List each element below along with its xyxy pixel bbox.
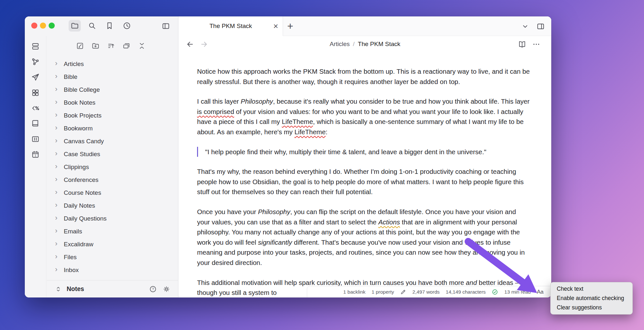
minimize-window-button[interactable] bbox=[40, 23, 46, 29]
folder-name: Book Projects bbox=[64, 112, 101, 119]
check-circle-icon[interactable] bbox=[492, 289, 498, 295]
text-segment: This additional motivation will help spa… bbox=[197, 279, 466, 286]
breadcrumb-separator: / bbox=[353, 41, 355, 48]
chevron-right-icon: › bbox=[55, 202, 61, 209]
text-segment: Philosophy bbox=[258, 208, 290, 215]
folder-item[interactable]: ›Clippings bbox=[47, 161, 178, 174]
explorer-toolbar bbox=[76, 42, 146, 50]
text-segment: : bbox=[326, 128, 327, 136]
tab-bar: The PKM Stack × + bbox=[179, 16, 551, 36]
chevron-right-icon: › bbox=[55, 150, 61, 157]
word-count: 2,497 words bbox=[412, 289, 440, 295]
vault-bar: Notes ? bbox=[47, 280, 178, 297]
folder-item[interactable]: ›Bookworm bbox=[47, 122, 178, 135]
blockquote-text: "I help people find their why, multiply … bbox=[205, 148, 486, 156]
breadcrumb-parent[interactable]: Articles bbox=[330, 41, 350, 48]
text-segment: Notice how this approach works the PKM S… bbox=[197, 68, 530, 85]
folder-name: Case Studies bbox=[64, 151, 100, 158]
close-tab-icon[interactable]: × bbox=[273, 22, 278, 30]
folder-item[interactable]: ›Canvas Candy bbox=[47, 135, 178, 148]
edit-mode-pencil-icon[interactable] bbox=[400, 289, 406, 295]
folder-name: Book Notes bbox=[64, 99, 95, 106]
folder-item[interactable]: ›Case Studies bbox=[47, 148, 178, 161]
paper-plane-icon[interactable] bbox=[25, 70, 46, 85]
tab-the-pkm-stack[interactable]: The PKM Stack × bbox=[179, 16, 283, 36]
new-folder-icon[interactable] bbox=[91, 42, 100, 50]
context-menu-item[interactable]: Clear suggestions bbox=[553, 303, 630, 312]
folder-item[interactable]: ›Course Notes bbox=[47, 186, 178, 199]
text-segment: Actions bbox=[378, 218, 400, 226]
breadcrumb: Articles / The PKM Stack bbox=[179, 36, 551, 52]
character-count: 14,149 characters bbox=[446, 289, 486, 295]
text-segment: is comprised bbox=[197, 108, 234, 115]
svg-text:?: ? bbox=[152, 287, 154, 291]
folder-list: ›Articles›Bible›Bible College›Book Notes… bbox=[47, 58, 178, 280]
toggle-right-sidebar-icon[interactable] bbox=[536, 16, 545, 36]
folder-name: Canvas Candy bbox=[64, 138, 104, 145]
desktop-background: 1 bbox=[0, 0, 644, 330]
settings-gear-icon[interactable] bbox=[162, 285, 171, 294]
context-menu: Check textEnable automatic checkingClear… bbox=[550, 282, 633, 315]
language-tool-button[interactable]: Aa bbox=[537, 289, 544, 295]
tab-list-chevron-icon[interactable] bbox=[521, 16, 530, 36]
document: Notice how this approach works the PKM S… bbox=[197, 66, 530, 297]
close-window-button[interactable] bbox=[31, 23, 37, 29]
collapse-all-icon[interactable] bbox=[137, 42, 146, 50]
book-icon[interactable] bbox=[25, 116, 46, 131]
folder-item[interactable]: ›Articles bbox=[47, 58, 178, 71]
chevron-right-icon: › bbox=[55, 99, 61, 106]
chevron-right-icon: › bbox=[55, 240, 61, 247]
new-note-icon[interactable] bbox=[76, 42, 84, 50]
vault-switcher-icon[interactable] bbox=[54, 285, 63, 294]
context-menu-item[interactable]: Enable automatic checking bbox=[553, 294, 630, 303]
chevron-right-icon: › bbox=[55, 111, 61, 118]
folder-name: Conferences bbox=[64, 176, 99, 184]
folder-name: Inbox bbox=[64, 267, 79, 274]
daily-note-calendar-icon[interactable]: 1 bbox=[25, 147, 46, 162]
text-segment: Once you have your bbox=[197, 208, 258, 215]
reading-view-book-icon[interactable] bbox=[517, 36, 526, 52]
folder-item[interactable]: ›Bible College bbox=[47, 83, 178, 96]
folder-name: Bible bbox=[64, 73, 77, 80]
folder-item[interactable]: ›Book Projects bbox=[47, 109, 178, 122]
graph-icon[interactable] bbox=[25, 54, 46, 70]
text-segment: significantly bbox=[258, 239, 292, 246]
folder-name: Emails bbox=[64, 228, 82, 235]
folder-item[interactable]: ›Files bbox=[47, 251, 178, 264]
chevron-right-icon: › bbox=[55, 253, 61, 260]
text-segment: LifeTheme bbox=[294, 128, 326, 136]
chevron-right-icon: › bbox=[55, 176, 61, 183]
folder-item[interactable]: ›Excalidraw bbox=[47, 238, 178, 251]
folder-item[interactable]: ›Daily Notes bbox=[47, 199, 178, 212]
grid-icon[interactable] bbox=[25, 85, 46, 100]
folder-item[interactable]: ›Bible bbox=[47, 71, 178, 83]
folder-item[interactable]: ›Emails bbox=[47, 225, 178, 238]
stacked-tabs-icon[interactable] bbox=[122, 42, 131, 50]
more-options-icon[interactable] bbox=[532, 36, 541, 52]
property-count[interactable]: 1 property bbox=[372, 289, 394, 295]
view-header: Articles / The PKM Stack bbox=[179, 36, 551, 52]
backlink-count[interactable]: 1 backlink bbox=[343, 289, 365, 295]
chevron-right-icon: › bbox=[55, 73, 61, 80]
folder-name: Course Notes bbox=[64, 189, 101, 196]
chevron-right-icon: › bbox=[55, 60, 61, 67]
stacked-panels-icon[interactable] bbox=[25, 39, 46, 54]
sort-order-icon[interactable] bbox=[107, 42, 115, 50]
chevron-right-icon: › bbox=[55, 189, 61, 196]
template-code-icon[interactable] bbox=[25, 100, 46, 116]
help-icon[interactable]: ? bbox=[148, 285, 157, 294]
folder-name: Bible College bbox=[64, 86, 100, 93]
ribbon: 1 bbox=[25, 36, 46, 297]
folder-name: Daily Notes bbox=[64, 202, 95, 209]
vault-name[interactable]: Notes bbox=[67, 285, 84, 293]
note-content[interactable]: Notice how this approach works the PKM S… bbox=[179, 52, 551, 297]
kanban-card-icon[interactable] bbox=[25, 131, 46, 147]
folder-item[interactable]: ›Inbox bbox=[47, 264, 178, 277]
new-tab-button[interactable]: + bbox=[287, 16, 293, 36]
folder-item[interactable]: ›Book Notes bbox=[47, 96, 178, 109]
text-segment: I call this layer bbox=[197, 98, 241, 105]
context-menu-item[interactable]: Check text bbox=[553, 284, 630, 294]
folder-item[interactable]: ›Daily Questions bbox=[47, 212, 178, 225]
folder-item[interactable]: ›Conferences bbox=[47, 174, 178, 186]
svg-text:1: 1 bbox=[34, 154, 36, 157]
